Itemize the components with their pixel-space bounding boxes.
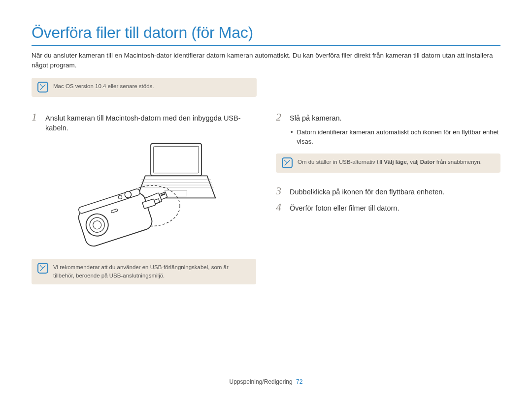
- page-title: Överföra filer till datorn (för Mac): [32, 24, 500, 46]
- right-column: 2 Slå på kameran. Datorn identifierar ka…: [276, 112, 500, 284]
- note-bold: Dator: [420, 159, 435, 165]
- note-icon: [282, 157, 293, 168]
- step-text: Anslut kameran till Macintosh-datorn med…: [45, 112, 256, 133]
- step-number: 2: [276, 112, 285, 123]
- footer-section-label: Uppspelning/Redigering: [230, 378, 293, 385]
- svg-point-26: [284, 160, 285, 161]
- step-text: Överför foton eller filmer till datorn.: [290, 202, 399, 213]
- svg-point-0: [40, 84, 41, 85]
- step-text: Slå på kameran.: [290, 112, 342, 123]
- note-bold: Välj läge: [384, 159, 407, 165]
- note-left-text: Vi rekommenderar att du använder en USB-…: [53, 263, 250, 279]
- note-right-text: Om du ställer in USB-alternativ till Väl…: [298, 158, 482, 166]
- step-3: 3 Dubbelklicka på ikonen för den flyttba…: [276, 185, 500, 197]
- intro-paragraph: När du ansluter kameran till en Macintos…: [32, 51, 500, 70]
- svg-point-25: [40, 265, 41, 266]
- step-number: 3: [276, 185, 285, 196]
- note-top: Mac OS version 10.4 eller senare stöds.: [32, 78, 257, 97]
- svg-rect-2: [154, 146, 199, 173]
- note-fragment: från snabbmenyn.: [435, 159, 482, 165]
- manual-page: Överföra filer till datorn (för Mac) När…: [0, 0, 532, 401]
- page-footer: Uppspelning/Redigering 72: [0, 378, 532, 385]
- usb-connection-illustration: [32, 141, 256, 247]
- note-fragment: Om du ställer in USB-alternativ till: [298, 159, 384, 165]
- left-column: 1 Anslut kameran till Macintosh-datorn m…: [32, 112, 256, 284]
- step-number: 4: [276, 202, 285, 213]
- svg-marker-3: [137, 176, 215, 198]
- note-top-text: Mac OS version 10.4 eller senare stöds.: [53, 82, 154, 91]
- note-fragment: , välj: [407, 159, 420, 165]
- step-4: 4 Överför foton eller filmer till datorn…: [276, 202, 500, 213]
- note-icon: [37, 82, 48, 93]
- note-left-bottom: Vi rekommenderar att du använder en USB-…: [32, 259, 256, 284]
- note-icon: [37, 263, 48, 274]
- step-2: 2 Slå på kameran.: [276, 112, 500, 123]
- note-right-mid: Om du ställer in USB-alternativ till Väl…: [276, 154, 500, 173]
- step-2-bullet: Datorn identifierar kameran automatiskt …: [291, 128, 500, 147]
- step-text: Dubbelklicka på ikonen för den flyttbara…: [290, 185, 444, 197]
- bullet-text: Datorn identifierar kameran automatiskt …: [297, 128, 500, 147]
- content-columns: 1 Anslut kameran till Macintosh-datorn m…: [32, 112, 500, 284]
- step-number: 1: [32, 112, 40, 123]
- step-1: 1 Anslut kameran till Macintosh-datorn m…: [32, 112, 256, 133]
- footer-page-number: 72: [296, 378, 302, 385]
